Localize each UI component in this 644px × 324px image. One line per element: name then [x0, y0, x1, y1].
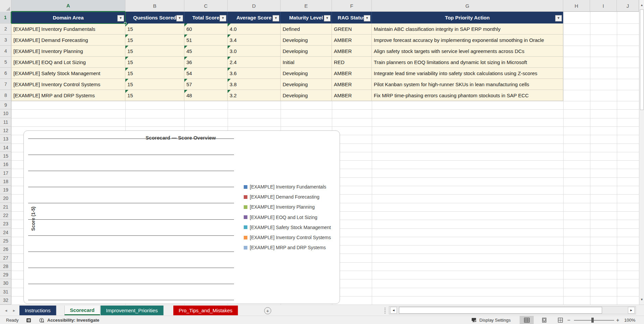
filter-dropdown-icon[interactable]: ▼ [117, 15, 124, 21]
cell-A7[interactable]: [EXAMPLE] Inventory Control Systems [11, 79, 125, 90]
row-header-7[interactable]: 7 [0, 79, 11, 90]
filter-dropdown-icon[interactable]: ▼ [364, 15, 370, 21]
display-settings-button[interactable]: Display Settings [471, 316, 511, 324]
cell-A6[interactable]: [EXAMPLE] Safety Stock Management [11, 68, 125, 79]
cell-D7[interactable]: 3.8 [228, 79, 281, 90]
table-header-questions-scored[interactable]: Questions Scored▼ [125, 12, 184, 23]
column-header-F[interactable]: F [332, 0, 372, 12]
zoom-in-button[interactable]: + [616, 316, 619, 324]
cell-G8[interactable]: Fix MRP time-phasing errors causing phan… [372, 90, 563, 101]
cell-E7[interactable]: Developing [281, 79, 332, 90]
row-header-29[interactable]: 29 [0, 271, 11, 279]
table-header-rag-status[interactable]: RAG Status▼ [332, 12, 372, 23]
column-header-H[interactable]: H [563, 0, 590, 12]
cell-E6[interactable]: Developing [281, 68, 332, 79]
cell-B4[interactable]: 15 [125, 46, 184, 57]
cell-B2[interactable]: 15 [125, 23, 184, 35]
add-sheet-button[interactable]: + [264, 307, 271, 314]
row-header-17[interactable]: 17 [0, 169, 11, 177]
cell-G2[interactable]: Maintain ABC classification integrity in… [372, 23, 563, 35]
cell-A2[interactable]: [EXAMPLE] Inventory Fundamentals [11, 23, 125, 35]
scroll-left-arrow-icon[interactable]: ◄ [390, 307, 397, 314]
row-header-9[interactable]: 9 [0, 101, 11, 109]
cell-D8[interactable]: 3.2 [228, 90, 281, 101]
sheet-tab-scorecard[interactable]: Scorecard [64, 306, 100, 315]
cell-C4[interactable]: 45 [184, 46, 228, 57]
row-header-10[interactable]: 10 [0, 109, 11, 118]
cell-C5[interactable]: 36 [184, 57, 228, 68]
cell-B6[interactable]: 15 [125, 68, 184, 79]
cell-D3[interactable]: 3.4 [228, 35, 281, 46]
column-header-D[interactable]: D [228, 0, 281, 12]
cell-E5[interactable]: Initial [281, 57, 332, 68]
view-normal-button[interactable] [520, 316, 534, 324]
cell-E2[interactable]: Defined [281, 23, 332, 35]
row-header-20[interactable]: 20 [0, 194, 11, 203]
row-header-2[interactable]: 2 [0, 23, 11, 35]
filter-dropdown-icon[interactable]: ▼ [555, 15, 562, 21]
column-header-B[interactable]: B [125, 0, 184, 12]
row-header-32[interactable]: 32 [0, 296, 11, 305]
sheet-tab-improvement_priorities[interactable]: Improvement_Priorities [101, 306, 163, 315]
cell-A5[interactable]: [EXAMPLE] EOQ and Lot Sizing [11, 57, 125, 68]
table-header-maturity-level[interactable]: Maturity Level▼ [281, 12, 332, 23]
cell-F4[interactable]: AMBER [332, 46, 372, 57]
row-header-5[interactable]: 5 [0, 57, 11, 68]
macro-record-icon[interactable] [26, 316, 31, 324]
table-header-average-score[interactable]: Average Score▼ [228, 12, 281, 23]
view-page-layout-button[interactable] [537, 316, 551, 324]
cell-C6[interactable]: 54 [184, 68, 228, 79]
cell-D5[interactable]: 2.4 [228, 57, 281, 68]
filter-dropdown-icon[interactable]: ▼ [324, 15, 331, 21]
row-header-24[interactable]: 24 [0, 228, 11, 237]
select-all-corner[interactable] [0, 0, 11, 12]
cell-F6[interactable]: AMBER [332, 68, 372, 79]
row-header-15[interactable]: 15 [0, 152, 11, 160]
cell-G7[interactable]: Pilot Kanban system for high-runner SKUs… [372, 79, 563, 90]
cell-B3[interactable]: 15 [125, 35, 184, 46]
tab-nav-left-icon[interactable]: ◂ [3, 307, 9, 314]
row-header-22[interactable]: 22 [0, 211, 11, 220]
cell-B8[interactable]: 15 [125, 90, 184, 101]
cell-F5[interactable]: RED [332, 57, 372, 68]
zoom-level[interactable]: 100% [624, 316, 635, 324]
cell-B7[interactable]: 15 [125, 79, 184, 90]
table-header-total-score[interactable]: Total Score▼ [184, 12, 228, 23]
cell-F7[interactable]: AMBER [332, 79, 372, 90]
cell-D4[interactable]: 3.0 [228, 46, 281, 57]
filter-dropdown-icon[interactable]: ▼ [220, 15, 226, 21]
cell-C3[interactable]: 51 [184, 35, 228, 46]
cell-D2[interactable]: 4.0 [228, 23, 281, 35]
table-header-domain-area[interactable]: Domain Area▼ [11, 12, 125, 23]
filter-dropdown-icon[interactable]: ▼ [176, 15, 183, 21]
row-header-26[interactable]: 26 [0, 245, 11, 254]
embedded-chart[interactable]: Score (1-5) Scorecard — Score Overview[E… [23, 130, 340, 304]
cell-A4[interactable]: [EXAMPLE] Inventory Planning [11, 46, 125, 57]
column-header-G[interactable]: G [372, 0, 563, 12]
cell-B5[interactable]: 15 [125, 57, 184, 68]
column-header-E[interactable]: E [281, 0, 332, 12]
column-header-I[interactable]: I [590, 0, 617, 12]
view-page-break-button[interactable] [553, 316, 567, 324]
row-header-21[interactable]: 21 [0, 203, 11, 211]
cell-E3[interactable]: Developing [281, 35, 332, 46]
scroll-right-arrow-icon[interactable]: ► [628, 307, 635, 314]
row-header-27[interactable]: 27 [0, 254, 11, 262]
zoom-out-button[interactable]: − [567, 316, 570, 324]
cell-G4[interactable]: Align safety stock targets with service … [372, 46, 563, 57]
column-header-A[interactable]: A [11, 0, 125, 12]
row-header-8[interactable]: 8 [0, 90, 11, 101]
row-header-25[interactable]: 25 [0, 237, 11, 245]
zoom-slider-thumb[interactable] [591, 318, 594, 323]
sheet-area[interactable]: Score (1-5) Scorecard — Score Overview[E… [11, 12, 639, 305]
sheet-tab-instructions[interactable]: Instructions [19, 306, 56, 315]
scroll-up-arrow-icon[interactable]: ▲ [640, 1, 644, 9]
cell-A8[interactable]: [EXAMPLE] MRP and DRP Systems [11, 90, 125, 101]
tab-nav-right-icon[interactable]: ▸ [11, 307, 17, 314]
vertical-scrollbar[interactable]: ▲ ▼ [639, 0, 644, 305]
row-header-6[interactable]: 6 [0, 68, 11, 79]
row-header-31[interactable]: 31 [0, 288, 11, 296]
cell-F3[interactable]: AMBER [332, 35, 372, 46]
cell-C2[interactable]: 60 [184, 23, 228, 35]
cell-E8[interactable]: Developing [281, 90, 332, 101]
